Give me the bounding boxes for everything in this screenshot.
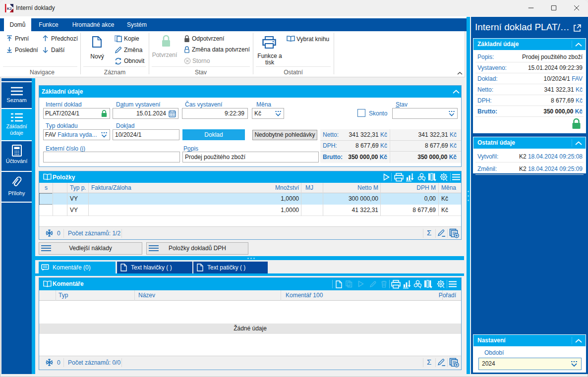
svg-text:K2: K2 [7, 6, 12, 11]
